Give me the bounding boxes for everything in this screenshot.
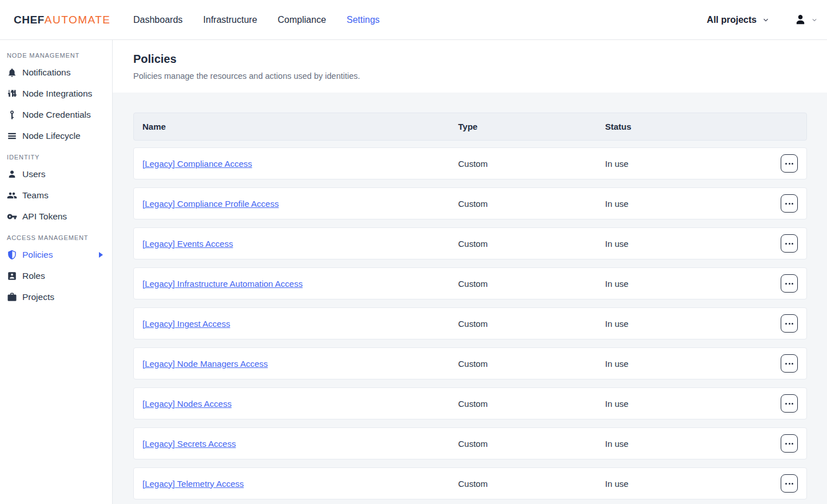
policy-name-link[interactable]: [Legacy] Telemetry Access	[142, 479, 244, 489]
briefcase-icon	[7, 292, 17, 302]
sidebar-item-roles[interactable]: Roles	[0, 265, 112, 286]
policy-type-value: Custom	[458, 239, 605, 249]
policy-name-link[interactable]: [Legacy] Compliance Profile Access	[142, 199, 279, 209]
sidebar-item-users[interactable]: Users	[0, 163, 112, 185]
table-row: [Legacy] Events Access Custom In use	[133, 227, 807, 259]
page-title: Policies	[133, 53, 807, 66]
chevron-down-icon	[762, 16, 770, 24]
ellipsis-icon	[785, 403, 787, 405]
sidebar-item-node-credentials[interactable]: Node Credentials	[0, 104, 112, 125]
nav-settings[interactable]: Settings	[347, 15, 380, 25]
table-row: [Legacy] Node Managers Access Custom In …	[133, 347, 807, 379]
sidebar-item-projects[interactable]: Projects	[0, 286, 112, 307]
sidebar-item-label: Policies	[22, 250, 53, 260]
sidebar-section-title: NODE MANAGEMENT	[0, 49, 112, 62]
sidebar-item-teams[interactable]: Teams	[0, 185, 112, 206]
policy-type-value: Custom	[458, 439, 605, 449]
policy-type-value: Custom	[458, 279, 605, 289]
policy-name-link[interactable]: [Legacy] Events Access	[142, 239, 233, 249]
sidebar-item-label: Users	[22, 169, 45, 179]
policy-type-value: Custom	[458, 399, 605, 409]
policy-status-value: In use	[605, 239, 781, 249]
policies-table: Name Type Status [Legacy] Compliance Acc…	[133, 113, 807, 499]
policy-status-value: In use	[605, 359, 781, 369]
row-more-options-button[interactable]	[781, 474, 798, 493]
nav-compliance[interactable]: Compliance	[278, 15, 326, 25]
column-header-type: Type	[458, 122, 605, 131]
chef-automate-logo[interactable]: CHEF AUTOMATE	[14, 14, 133, 26]
nav-dashboards[interactable]: Dashboards	[133, 15, 182, 25]
policies-table-body: [Legacy] Compliance Access Custom In use…	[133, 147, 807, 499]
policy-status-value: In use	[605, 159, 781, 169]
table-row: [Legacy] Nodes Access Custom In use	[133, 387, 807, 419]
row-more-options-button[interactable]	[781, 314, 798, 333]
logo-automate-text: AUTOMATE	[45, 14, 111, 26]
page-header: Policies Policies manage the resources a…	[113, 40, 827, 93]
chevron-down-icon	[811, 17, 818, 23]
submenu-expand-arrow-icon	[99, 252, 103, 258]
sidebar-item-node-lifecycle[interactable]: Node Lifecycle	[0, 125, 112, 146]
table-row: [Legacy] Ingest Access Custom In use	[133, 307, 807, 339]
policy-type-value: Custom	[458, 319, 605, 329]
table-row: [Legacy] Infrastructure Automation Acces…	[133, 267, 807, 299]
sidebar-item-label: Notifications	[22, 67, 70, 78]
key-icon	[7, 211, 17, 222]
main-nav: Dashboards Infrastructure Compliance Set…	[133, 15, 380, 25]
table-row: [Legacy] Telemetry Access Custom In use	[133, 467, 807, 499]
content-area: Name Type Status [Legacy] Compliance Acc…	[113, 93, 827, 504]
sidebar-item-label: Node Lifecycle	[22, 131, 81, 141]
row-more-options-button[interactable]	[781, 154, 798, 173]
table-row: [Legacy] Compliance Profile Access Custo…	[133, 187, 807, 219]
policy-name-link[interactable]: [Legacy] Infrastructure Automation Acces…	[142, 279, 303, 289]
projects-filter-dropdown[interactable]: All projects	[707, 15, 770, 25]
sidebar-item-label: API Tokens	[22, 211, 67, 222]
list-icon	[7, 131, 17, 141]
row-more-options-button[interactable]	[781, 234, 798, 253]
projects-filter-label: All projects	[707, 15, 757, 25]
table-row: [Legacy] Secrets Access Custom In use	[133, 427, 807, 459]
policy-name-link[interactable]: [Legacy] Compliance Access	[142, 159, 252, 169]
row-more-options-button[interactable]	[781, 394, 798, 413]
page-description: Policies manage the resources and action…	[133, 71, 807, 81]
topbar-right: All projects	[707, 13, 818, 26]
policy-name-link[interactable]: [Legacy] Secrets Access	[142, 439, 236, 449]
policy-name-link[interactable]: [Legacy] Nodes Access	[142, 399, 232, 409]
sidebar-item-node-integrations[interactable]: Node Integrations	[0, 83, 112, 104]
settings-sidebar: NODE MANAGEMENT Notifications Node Integ…	[0, 40, 113, 504]
sidebar-item-label: Projects	[22, 292, 54, 302]
sidebar-item-api-tokens[interactable]: API Tokens	[0, 206, 112, 227]
row-more-options-button[interactable]	[781, 194, 798, 213]
table-row: [Legacy] Compliance Access Custom In use	[133, 147, 807, 179]
policy-status-value: In use	[605, 439, 781, 449]
bell-icon	[7, 67, 17, 78]
sidebar-item-label: Roles	[22, 271, 45, 281]
sidebar-section-title: IDENTITY	[0, 151, 112, 163]
policy-status-value: In use	[605, 319, 781, 329]
policy-status-value: In use	[605, 399, 781, 409]
user-menu-button[interactable]	[794, 13, 818, 26]
policy-name-link[interactable]: [Legacy] Ingest Access	[142, 319, 230, 329]
sliders-icon	[7, 89, 17, 99]
row-more-options-button[interactable]	[781, 274, 798, 293]
row-more-options-button[interactable]	[781, 354, 798, 373]
ellipsis-icon	[785, 363, 787, 365]
badge-icon	[7, 271, 17, 281]
sidebar-section-identity: IDENTITY Users Teams API Tokens	[0, 151, 112, 227]
sidebar-item-label: Node Integrations	[22, 89, 92, 99]
sidebar-item-notifications[interactable]: Notifications	[0, 62, 112, 83]
policy-status-value: In use	[605, 199, 781, 209]
policy-name-link[interactable]: [Legacy] Node Managers Access	[142, 359, 268, 369]
policy-type-value: Custom	[458, 479, 605, 489]
sidebar-item-policies[interactable]: Policies	[0, 244, 112, 265]
sidebar-section-title: ACCESS MANAGEMENT	[0, 231, 112, 244]
shield-icon	[7, 250, 17, 260]
policy-type-value: Custom	[458, 359, 605, 369]
ellipsis-icon	[785, 163, 787, 165]
row-more-options-button[interactable]	[781, 434, 798, 453]
ellipsis-icon	[785, 243, 787, 245]
policy-status-value: In use	[605, 279, 781, 289]
sidebar-section-access-management: ACCESS MANAGEMENT Policies Roles Project…	[0, 231, 112, 307]
policies-table-header: Name Type Status	[133, 113, 807, 141]
sidebar-section-node-management: NODE MANAGEMENT Notifications Node Integ…	[0, 49, 112, 146]
nav-infrastructure[interactable]: Infrastructure	[203, 15, 257, 25]
